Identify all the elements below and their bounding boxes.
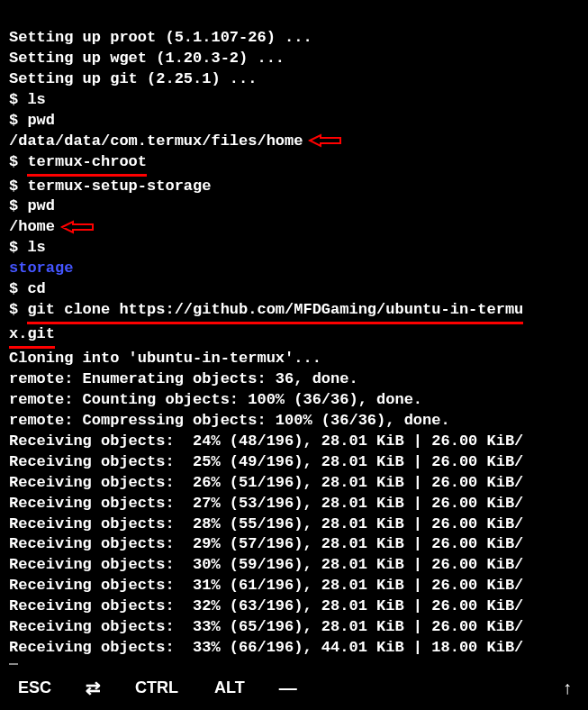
output-storage: storage — [9, 259, 73, 277]
cmd-pwd2: pwd — [27, 197, 55, 214]
key-ctrl[interactable]: CTRL — [117, 677, 196, 698]
prompt: $ — [9, 301, 27, 318]
prompt: $ — [9, 153, 27, 170]
output-path2: /home — [9, 218, 55, 235]
prompt: $ — [9, 112, 27, 129]
git-cloning: Cloning into 'ubuntu-in-termux'... — [9, 350, 321, 367]
key-dash[interactable]: — — [263, 676, 313, 700]
git-comp: remote: Compressing objects: 100% (36/36… — [9, 412, 450, 429]
line-setup-proot: Setting up proot (5.1.107-26) ... — [9, 29, 312, 46]
git-recv: Receiving objects: 24% (48/196), 28.01 K… — [9, 432, 523, 450]
cmd-git-clone-b: x.git — [9, 324, 55, 349]
tab-icon[interactable]: ⇄ — [69, 676, 117, 700]
git-enum: remote: Enumerating objects: 36, done. — [9, 370, 358, 387]
git-count: remote: Counting objects: 100% (36/36), … — [9, 391, 422, 408]
key-esc[interactable]: ESC — [0, 677, 69, 698]
cmd-git-clone-a: git clone https://github.com/MFDGaming/u… — [27, 300, 523, 324]
cmd-cd: cd — [27, 280, 45, 297]
arrow-up-icon[interactable]: ↑ — [547, 676, 588, 700]
git-recv: Receiving objects: 33% (66/196), 44.01 K… — [9, 639, 523, 656]
git-recv: Receiving objects: 32% (63/196), 28.01 K… — [9, 597, 523, 614]
prompt: $ — [9, 91, 27, 108]
arrow-left-icon — [308, 133, 342, 148]
git-recv: Receiving objects: 26% (51/196), 28.01 K… — [9, 474, 523, 491]
git-recv: Receiving objects: 29% (57/196), 28.01 K… — [9, 535, 523, 552]
git-recv: Receiving objects: 30% (59/196), 28.01 K… — [9, 556, 523, 573]
cmd-ls: ls — [27, 91, 45, 108]
cmd-termux-chroot: termux-chroot — [27, 152, 147, 177]
cmd-ls2: ls — [27, 239, 45, 256]
git-recv: Receiving objects: 25% (49/196), 28.01 K… — [9, 453, 523, 470]
terminal-output[interactable]: Setting up proot (5.1.107-26) ... Settin… — [0, 0, 588, 679]
output-path1: /data/data/com.termux/files/home — [9, 132, 303, 150]
git-recv: Receiving objects: 31% (61/196), 28.01 K… — [9, 577, 523, 594]
line-setup-wget: Setting up wget (1.20.3-2) ... — [9, 50, 285, 67]
extra-keys-bar: ESC ⇄ CTRL ALT — ↑ — [0, 665, 588, 710]
prompt: $ — [9, 280, 27, 297]
key-alt[interactable]: ALT — [196, 677, 263, 698]
prompt: $ — [9, 239, 27, 256]
git-recv: Receiving objects: 27% (53/196), 28.01 K… — [9, 495, 523, 512]
arrow-left-icon — [60, 220, 95, 234]
cmd-termux-setup-storage: termux-setup-storage — [27, 178, 211, 195]
git-recv: Receiving objects: 33% (65/196), 28.01 K… — [9, 618, 523, 635]
prompt: $ — [9, 197, 27, 214]
line-setup-git: Setting up git (2.25.1) ... — [9, 70, 257, 87]
cmd-pwd: pwd — [27, 112, 55, 129]
git-recv: Receiving objects: 28% (55/196), 28.01 K… — [9, 515, 523, 532]
prompt: $ — [9, 178, 27, 195]
